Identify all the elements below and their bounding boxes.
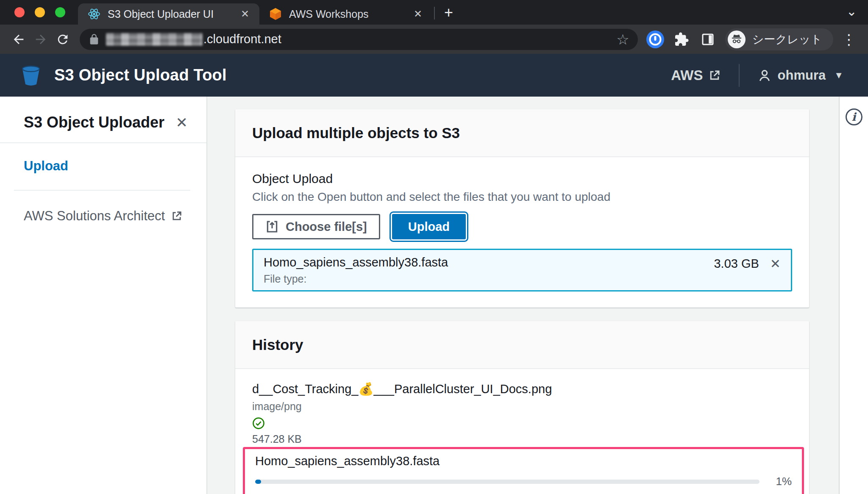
react-favicon-icon xyxy=(87,7,101,21)
history-card-title: History xyxy=(252,336,303,353)
upload-card: Upload multiple objects to S3 Object Upl… xyxy=(235,109,809,308)
selected-file-type-label: File type: xyxy=(264,273,448,285)
macos-close-button[interactable] xyxy=(14,7,25,17)
tab-separator xyxy=(434,7,435,19)
tab-close-icon[interactable]: ✕ xyxy=(411,7,425,21)
macos-minimize-button[interactable] xyxy=(35,7,45,17)
object-upload-heading: Object Upload xyxy=(252,172,792,186)
profile-label: シークレット xyxy=(752,32,822,47)
history-item-highlighted: Homo_sapiens_assembly38.fasta 1% 3.03 GB xyxy=(243,447,804,494)
bookmark-star-icon[interactable]: ☆ xyxy=(616,31,629,48)
remove-file-icon[interactable]: ✕ xyxy=(770,256,781,271)
selected-file-token: Homo_sapiens_assembly38.fasta File type:… xyxy=(252,249,792,291)
upload-button[interactable]: Upload xyxy=(392,214,466,239)
macos-window-controls xyxy=(0,0,78,25)
choose-files-label: Choose file[s] xyxy=(286,220,367,234)
history-item-size: 547.28 KB xyxy=(252,433,792,445)
url-text: .cloudfront.net xyxy=(203,32,611,46)
browser-toolbar: .cloudfront.net ☆ シークレット ⋮ xyxy=(0,25,868,54)
tab-search-chevron-icon[interactable]: ⌄ xyxy=(846,4,857,19)
user-name: ohmura xyxy=(778,68,826,83)
aws-workshops-favicon-icon xyxy=(269,7,282,21)
sidebar: S3 Object Uploader ✕ Upload AWS Solution… xyxy=(0,97,207,494)
selected-file-name: Homo_sapiens_assembly38.fasta xyxy=(264,255,448,269)
address-bar[interactable]: .cloudfront.net ☆ xyxy=(80,29,638,50)
browser-menu-button[interactable]: ⋮ xyxy=(837,31,860,48)
side-panel-icon[interactable] xyxy=(698,30,718,49)
back-button[interactable] xyxy=(9,30,28,49)
incognito-icon xyxy=(728,31,746,48)
sidebar-external-label: AWS Solutions Architect xyxy=(24,208,165,224)
choose-files-button[interactable]: Choose file[s] xyxy=(252,214,380,239)
tab-close-icon[interactable]: ✕ xyxy=(238,7,252,21)
browser-tab-aws-workshops[interactable]: AWS Workshops ✕ xyxy=(259,3,432,25)
user-icon xyxy=(757,68,772,83)
page-content: S3 Object Uploader ✕ Upload AWS Solution… xyxy=(0,97,868,494)
selected-file-size: 3.03 GB xyxy=(714,257,759,271)
incognito-profile-badge[interactable]: シークレット xyxy=(725,28,833,50)
sidebar-close-icon[interactable]: ✕ xyxy=(176,114,188,131)
tools-panel: i xyxy=(839,97,868,494)
upload-progress-bar xyxy=(255,480,760,484)
history-item-type: image/png xyxy=(252,400,792,413)
file-upload-icon xyxy=(265,220,279,233)
browser-tab-strip: S3 Object Uploader UI ✕ AWS Workshops ✕ … xyxy=(0,0,868,25)
object-upload-description: Click on the Open button and select the … xyxy=(252,190,792,204)
extensions-puzzle-icon[interactable] xyxy=(672,30,691,49)
new-tab-button[interactable]: + xyxy=(438,5,459,20)
redacted-url-segment xyxy=(106,33,203,46)
sidebar-item-solutions-architect[interactable]: AWS Solutions Architect xyxy=(0,191,206,224)
reload-button[interactable] xyxy=(53,30,72,49)
sidebar-title: S3 Object Uploader xyxy=(24,114,164,131)
caret-down-icon: ▼ xyxy=(834,70,843,81)
success-check-icon xyxy=(252,417,265,430)
history-item-name: d__Cost_Tracking_💰___ParallelCluster_UI_… xyxy=(252,382,792,396)
aws-link-label: AWS xyxy=(671,67,703,83)
external-link-icon xyxy=(171,210,183,222)
history-item: d__Cost_Tracking_💰___ParallelCluster_UI_… xyxy=(252,382,792,445)
user-menu[interactable]: ohmura ▼ xyxy=(757,68,843,83)
external-link-icon xyxy=(708,69,721,82)
onepassword-extension-icon[interactable] xyxy=(645,30,665,49)
upload-card-title: Upload multiple objects to S3 xyxy=(252,125,460,142)
upload-progress-percent: 1% xyxy=(766,475,792,488)
s3-bucket-icon xyxy=(19,64,42,87)
main-area: Upload multiple objects to S3 Object Upl… xyxy=(207,97,839,494)
header-divider xyxy=(739,64,740,87)
aws-console-link[interactable]: AWS xyxy=(671,67,721,83)
forward-button[interactable] xyxy=(31,30,50,49)
sidebar-item-upload[interactable]: Upload xyxy=(0,143,206,174)
upload-progress-fill xyxy=(255,480,261,484)
macos-zoom-button[interactable] xyxy=(55,7,65,17)
info-icon[interactable]: i xyxy=(846,108,862,125)
tab-title: S3 Object Uploader UI xyxy=(108,8,238,20)
tab-title: AWS Workshops xyxy=(289,8,411,20)
history-card: History d__Cost_Tracking_💰___ParallelClu… xyxy=(235,321,809,494)
history-item-name: Homo_sapiens_assembly38.fasta xyxy=(255,454,792,468)
browser-tab-s3-uploader[interactable]: S3 Object Uploader UI ✕ xyxy=(78,3,259,25)
app-title: S3 Object Upload Tool xyxy=(54,66,227,84)
lock-icon[interactable] xyxy=(88,33,100,45)
app-header: S3 Object Upload Tool AWS ohmura ▼ xyxy=(0,54,868,97)
